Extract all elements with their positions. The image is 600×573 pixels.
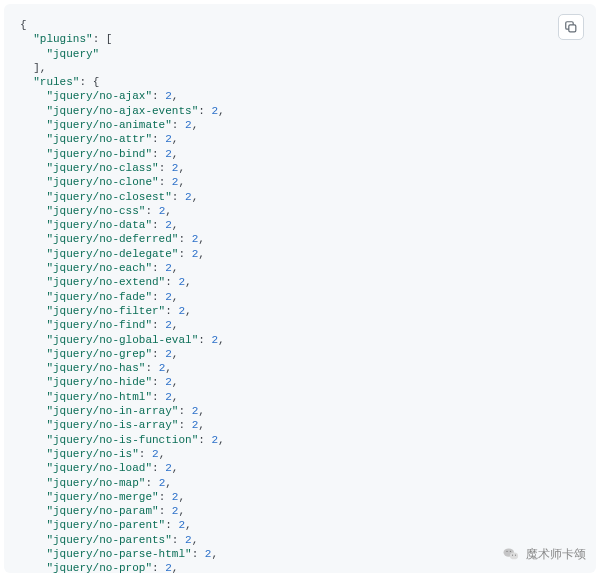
code-content: { "plugins": [ "jquery" ], "rules": { "j… <box>20 18 580 573</box>
watermark-text: 魔术师卡颂 <box>526 546 586 563</box>
svg-point-4 <box>510 551 511 552</box>
svg-rect-0 <box>569 25 576 32</box>
svg-point-5 <box>512 555 513 556</box>
svg-point-2 <box>510 553 518 560</box>
copy-icon <box>564 20 578 34</box>
wechat-icon <box>502 545 520 563</box>
code-block: { "plugins": [ "jquery" ], "rules": { "j… <box>4 4 596 573</box>
watermark: 魔术师卡颂 <box>502 545 586 563</box>
copy-button[interactable] <box>558 14 584 40</box>
svg-point-3 <box>506 551 507 552</box>
svg-point-6 <box>515 555 516 556</box>
